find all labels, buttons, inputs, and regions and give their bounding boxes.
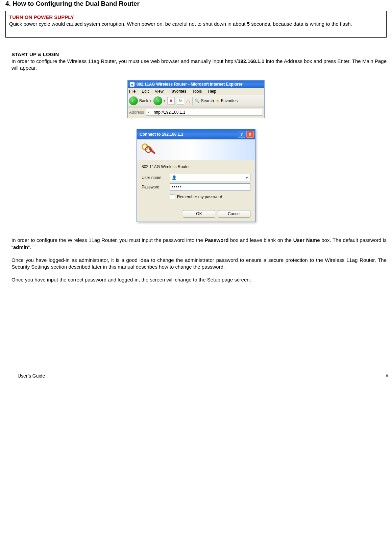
auth-banner bbox=[137, 139, 255, 160]
footer-page-number: 8 bbox=[386, 373, 388, 378]
footer: User’s Guide 8 bbox=[0, 371, 392, 382]
ok-button[interactable]: OK bbox=[183, 210, 215, 218]
menu-help[interactable]: Help bbox=[208, 89, 216, 94]
home-button[interactable]: ⌂ bbox=[186, 97, 190, 104]
person-icon: 👤 bbox=[172, 175, 177, 180]
auth-title: Connect to 192.168.1.1 bbox=[140, 132, 183, 137]
chevron-down-icon[interactable]: ▼ bbox=[245, 176, 249, 180]
username-label: User name: bbox=[142, 175, 170, 180]
password-label: Password: bbox=[142, 185, 170, 189]
startup-ip: 192.168.1.1 bbox=[238, 58, 264, 64]
remember-checkbox[interactable] bbox=[170, 194, 175, 199]
refresh-button[interactable]: ↻ bbox=[177, 97, 184, 105]
address-input[interactable]: e http://192.168.1.1 bbox=[146, 109, 263, 116]
warning-text: Quick power cycle would caused system co… bbox=[9, 21, 352, 27]
back-dropdown-icon: ▾ bbox=[150, 99, 151, 103]
warning-title: TURN ON POWER SUPPLY bbox=[9, 14, 74, 20]
pw-a: In order to configure the Wireless 11ag … bbox=[11, 237, 204, 243]
menu-tools[interactable]: Tools bbox=[192, 89, 202, 94]
warning-box: TURN ON POWER SUPPLY Quick power cycle w… bbox=[5, 11, 387, 38]
help-button[interactable]: ? bbox=[238, 131, 245, 138]
menu-view[interactable]: View bbox=[155, 89, 164, 94]
pw-b: box and leave blank on the bbox=[228, 237, 293, 243]
back-button[interactable]: ← Back ▾ bbox=[129, 96, 151, 105]
menu-edit[interactable]: Edit bbox=[142, 89, 149, 94]
paragraph-password: In order to configure the Wireless 11ag … bbox=[11, 237, 387, 251]
password-input[interactable]: ••••• bbox=[170, 183, 250, 191]
pw-d: ”. bbox=[28, 244, 31, 250]
paragraph-setup: Once you have input the correct password… bbox=[11, 276, 387, 283]
back-arrow-icon: ← bbox=[129, 96, 138, 105]
ie-window: e 802.11AG Wireless Router - Microsoft I… bbox=[127, 80, 265, 118]
section-heading: 4. How to Configuring the Dual Band Rout… bbox=[5, 0, 387, 7]
menu-file[interactable]: File bbox=[129, 89, 136, 94]
remember-label: Remember my password bbox=[177, 195, 222, 199]
pw-bold-password: Password bbox=[204, 237, 228, 243]
startup-heading: START UP & LOGIN bbox=[11, 51, 59, 57]
pw-bold-admin: admin bbox=[13, 244, 28, 250]
ie-address-bar: Address e http://192.168.1.1 bbox=[128, 108, 264, 118]
ie-toolbar: ← Back ▾ → ▾ ✖ ↻ ⌂ 🔍 Search bbox=[128, 95, 264, 107]
stop-button[interactable]: ✖ bbox=[167, 97, 175, 105]
stop-icon: ✖ bbox=[169, 98, 173, 103]
paragraph-admin: Once you have logged-in as administrator… bbox=[11, 257, 387, 271]
search-label: Search bbox=[201, 98, 214, 103]
close-icon: X bbox=[249, 132, 251, 136]
auth-titlebar: Connect to 192.168.1.1 ? X bbox=[137, 129, 255, 139]
ie-titlebar: e 802.11AG Wireless Router - Microsoft I… bbox=[128, 81, 264, 88]
auth-realm: 802.11AG Wireless Router bbox=[142, 164, 250, 169]
refresh-icon: ↻ bbox=[179, 98, 182, 103]
username-input[interactable]: 👤 ▼ bbox=[170, 174, 250, 181]
address-value: http://192.168.1.1 bbox=[154, 110, 261, 115]
forward-button[interactable]: → ▾ bbox=[153, 96, 165, 105]
menu-favorites[interactable]: Favorites bbox=[170, 89, 186, 94]
star-icon: ★ bbox=[216, 98, 220, 103]
auth-dialog: Connect to 192.168.1.1 ? X 802.11AG Wire… bbox=[137, 129, 255, 222]
home-icon: ⌂ bbox=[186, 97, 190, 105]
address-label: Address bbox=[129, 110, 144, 115]
footer-guide: User’s Guide bbox=[18, 373, 45, 379]
close-button[interactable]: X bbox=[246, 131, 254, 138]
keys-icon bbox=[141, 143, 156, 156]
back-label: Back bbox=[139, 98, 148, 103]
search-button[interactable]: 🔍 Search bbox=[195, 98, 214, 103]
ie-menubar: File Edit View Favorites Tools Help bbox=[128, 88, 264, 95]
help-icon: ? bbox=[241, 132, 243, 136]
pw-bold-username: User Name bbox=[293, 237, 320, 243]
startup-line-pre: In order to configure the Wireless 11ag … bbox=[11, 58, 238, 64]
favorites-button[interactable]: ★ Favorites bbox=[216, 98, 238, 103]
ie-title: 802.11AG Wireless Router - Microsoft Int… bbox=[137, 82, 242, 87]
address-favicon-icon: e bbox=[148, 110, 152, 115]
password-value: ••••• bbox=[172, 185, 182, 189]
search-icon: 🔍 bbox=[195, 98, 200, 103]
forward-dropdown-icon: ▾ bbox=[164, 99, 165, 103]
cancel-button[interactable]: Cancel bbox=[218, 210, 250, 218]
favorites-label: Favorites bbox=[221, 98, 238, 103]
forward-arrow-icon: → bbox=[153, 96, 162, 105]
ie-logo-icon: e bbox=[130, 82, 134, 87]
